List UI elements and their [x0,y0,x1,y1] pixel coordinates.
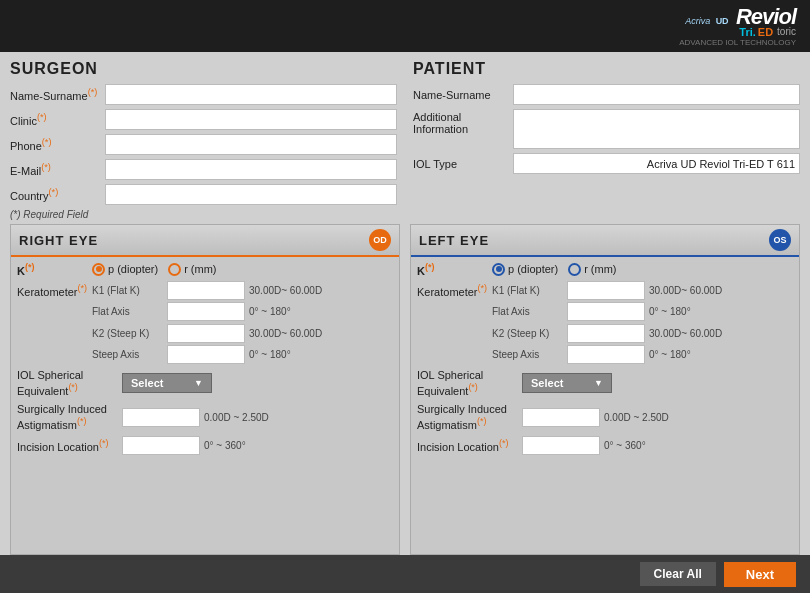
surgeon-email-row: E-Mail(*) [10,159,397,180]
left-k2-input[interactable] [567,324,645,343]
left-iol-select-btn[interactable]: Select ▼ [522,373,612,393]
right-steep-axis-input[interactable] [167,345,245,364]
right-iol-row: IOL Spherical Equivalent(*) Select ▼ [17,368,393,398]
left-eye-title: LEFT EYE [419,233,489,248]
surgeon-country-row: Country(*) [10,184,397,205]
right-iol-select-btn[interactable]: Select ▼ [122,373,212,393]
top-forms: SURGEON Name-Surname(*) Clinic(*) Phone [0,52,810,224]
logo-acriva: Acriva [685,16,710,26]
app-container: Acriva UD Reviol Tri. ED toric ADVANCED … [0,0,810,593]
clear-all-button[interactable]: Clear All [640,562,716,586]
left-k1-range: 30.00D~ 60.00D [649,285,722,296]
right-k-p-option[interactable]: p (diopter) [92,263,158,276]
left-k-r-option[interactable]: r (mm) [568,263,616,276]
right-flat-axis-range: 0° ~ 180° [249,306,291,317]
logo-tri: Tri. [739,26,756,38]
right-k2-input[interactable] [167,324,245,343]
left-flat-axis-input[interactable] [567,302,645,321]
surgeon-title: SURGEON [10,60,397,78]
left-k-p-option[interactable]: p (diopter) [492,263,558,276]
right-k-label: K(*) [17,262,92,277]
left-k-row: K(*) p (diopter) r (mm) [417,262,793,277]
surgeon-clinic-row: Clinic(*) [10,109,397,130]
surgeon-email-input[interactable] [105,159,397,180]
next-button[interactable]: Next [724,562,796,587]
patient-additional-input[interactable] [513,109,800,149]
right-k2-range: 30.00D~ 60.00D [249,328,322,339]
patient-iol-value: Acriva UD Reviol Tri-ED T 611 [513,153,800,174]
patient-iol-row: IOL Type Acriva UD Reviol Tri-ED T 611 [413,153,800,174]
od-badge: OD [369,229,391,251]
logo-ed: ED [758,26,773,38]
logo-ud: UD [716,16,729,26]
left-keratometer: Keratometer(*) K1 (Flat K) 30.00D~ 60.00… [417,281,793,364]
left-incision-input[interactable] [522,436,600,455]
left-sia-range: 0.00D ~ 2.50D [604,412,669,423]
right-k1-range: 30.00D~ 60.00D [249,285,322,296]
patient-name-label: Name-Surname [413,89,513,101]
patient-title: PATIENT [413,60,800,78]
right-k-r-option[interactable]: r (mm) [168,263,216,276]
right-eye-title: RIGHT EYE [19,233,98,248]
patient-additional-label: Additional Information [413,109,513,135]
surgeon-name-input[interactable] [105,84,397,105]
required-note: (*) Required Field [10,209,397,220]
left-incision-row: Incision Location(*) 0° ~ 360° [417,436,793,455]
left-steep-axis-input[interactable] [567,345,645,364]
right-k-radios: p (diopter) r (mm) [92,263,217,276]
logo-tagline: ADVANCED IOL TECHNOLOGY [679,38,796,47]
right-incision-row: Incision Location(*) 0° ~ 360° [17,436,393,455]
surgeon-phone-input[interactable] [105,134,397,155]
left-sia-row: Surgically Induced Astigmatism(*) 0.00D … [417,402,793,432]
main-content: SURGEON Name-Surname(*) Clinic(*) Phone [0,52,810,593]
surgeon-phone-label: Phone(*) [10,137,105,152]
left-sia-input[interactable] [522,408,600,427]
bottom-bar: Clear All Next [0,555,810,593]
left-k-radios: p (diopter) r (mm) [492,263,617,276]
left-steep-axis-range: 0° ~ 180° [649,349,691,360]
eye-sections: RIGHT EYE OD K(*) [0,224,810,555]
right-sia-range: 0.00D ~ 2.50D [204,412,269,423]
right-flat-axis-input[interactable] [167,302,245,321]
patient-additional-row: Additional Information [413,109,800,149]
surgeon-clinic-label: Clinic(*) [10,112,105,127]
left-iol-row: IOL Spherical Equivalent(*) Select ▼ [417,368,793,398]
patient-section: PATIENT Name-Surname Additional Informat… [413,60,800,220]
right-eye-section: RIGHT EYE OD K(*) [10,224,400,555]
left-incision-range: 0° ~ 360° [604,440,646,451]
logo-toric: toric [777,26,796,37]
surgeon-name-row: Name-Surname(*) [10,84,397,105]
right-incision-input[interactable] [122,436,200,455]
surgeon-email-label: E-Mail(*) [10,162,105,177]
right-eye-content: K(*) p (diopter) r (mm) [11,257,399,464]
right-sia-input[interactable] [122,408,200,427]
right-eye-header: RIGHT EYE OD [11,225,399,257]
left-eye-section: LEFT EYE OS K(*) [410,224,800,555]
right-k-row: K(*) p (diopter) r (mm) [17,262,393,277]
surgeon-name-label: Name-Surname(*) [10,87,105,102]
surgeon-section: SURGEON Name-Surname(*) Clinic(*) Phone [10,60,397,220]
right-sia-row: Surgically Induced Astigmatism(*) 0.00D … [17,402,393,432]
right-steep-axis-range: 0° ~ 180° [249,349,291,360]
surgeon-country-label: Country(*) [10,187,105,202]
surgeon-country-input[interactable] [105,184,397,205]
os-badge: OS [769,229,791,251]
header: Acriva UD Reviol Tri. ED toric ADVANCED … [0,0,810,52]
left-k-label: K(*) [417,262,492,277]
patient-name-input[interactable] [513,84,800,105]
left-flat-axis-range: 0° ~ 180° [649,306,691,317]
surgeon-clinic-input[interactable] [105,109,397,130]
right-keratometer: Keratometer(*) K1 (Flat K) 30.00D~ 60.00… [17,281,393,364]
right-k1-input[interactable] [167,281,245,300]
logo: Acriva UD Reviol Tri. ED toric ADVANCED … [679,6,796,47]
patient-iol-label: IOL Type [413,158,513,170]
left-k2-range: 30.00D~ 60.00D [649,328,722,339]
right-incision-range: 0° ~ 360° [204,440,246,451]
surgeon-phone-row: Phone(*) [10,134,397,155]
left-eye-header: LEFT EYE OS [411,225,799,257]
patient-name-row: Name-Surname [413,84,800,105]
left-k1-input[interactable] [567,281,645,300]
left-eye-content: K(*) p (diopter) r (mm) [411,257,799,464]
